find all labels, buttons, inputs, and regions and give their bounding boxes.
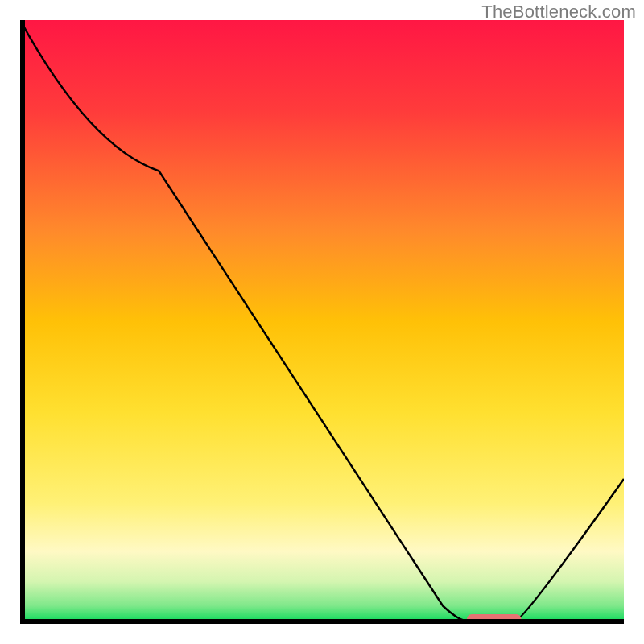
chart-plot-area	[20, 20, 624, 624]
chart-svg	[20, 20, 624, 624]
chart-background-gradient	[20, 20, 624, 624]
watermark-text: TheBottleneck.com	[481, 2, 636, 23]
